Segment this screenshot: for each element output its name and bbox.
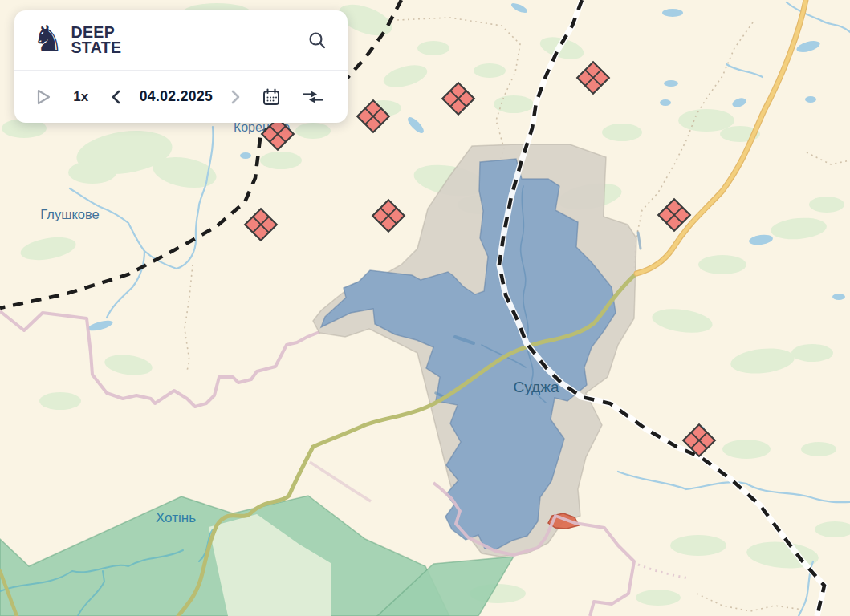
chess-knight-icon: ♞ <box>32 21 63 56</box>
play-button[interactable] <box>34 86 54 108</box>
timeline-controls: 1x 04.02.2025 <box>14 71 348 123</box>
brand-wordmark: DEEP STATE <box>71 25 121 55</box>
search-button[interactable] <box>304 27 330 53</box>
date-display[interactable]: 04.02.2025 <box>140 88 214 105</box>
map-label-sudzha: Суджа <box>514 379 559 395</box>
control-panel: ♞ DEEP STATE 1x <box>14 10 348 123</box>
compare-button[interactable] <box>298 87 328 107</box>
brand-line2: STATE <box>71 40 121 55</box>
calendar-icon <box>262 88 280 106</box>
deepstate-map-app: КоренєвеГлушковеСуджаХотінь ♞ DEEP STATE <box>0 0 850 616</box>
play-icon <box>37 89 51 105</box>
calendar-button[interactable] <box>259 85 283 109</box>
speed-button[interactable]: 1x <box>68 88 93 106</box>
search-icon <box>307 30 327 50</box>
chevron-right-icon <box>230 90 241 104</box>
chevron-left-icon <box>111 90 121 104</box>
next-day-button[interactable] <box>227 87 244 107</box>
brand-logo[interactable]: ♞ DEEP STATE <box>32 24 121 56</box>
map-label-khotin: Хотінь <box>156 510 196 525</box>
prev-day-button[interactable] <box>108 87 124 107</box>
converging-arrows-icon <box>301 90 325 104</box>
map-label-hlushkove: Глушкове <box>40 207 99 221</box>
panel-header: ♞ DEEP STATE <box>14 10 348 71</box>
